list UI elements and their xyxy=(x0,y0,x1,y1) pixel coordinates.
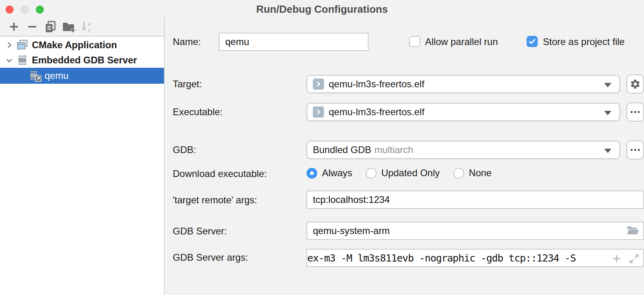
allow-parallel-run-checkbox[interactable] xyxy=(409,36,420,47)
dropdown-caret-icon xyxy=(604,83,611,87)
gdb-combobox[interactable]: Bundled GDB multiarch xyxy=(306,141,620,159)
add-configuration-button[interactable] xyxy=(5,19,23,35)
gdb-server-run-config-icon xyxy=(29,69,41,82)
tree-item-label: Embedded GDB Server xyxy=(32,55,137,66)
remove-configuration-button[interactable] xyxy=(23,19,41,35)
radio-option-updated-only[interactable]: Updated Only xyxy=(366,167,440,179)
radio-label[interactable]: Updated Only xyxy=(381,167,440,179)
tree-item-qemu-selected[interactable]: qemu xyxy=(0,68,164,84)
radio-icon[interactable] xyxy=(306,168,317,179)
run-debug-configurations-dialog: Run/Debug Configurations xyxy=(0,0,644,295)
tree-item-embedded-gdb-server[interactable]: Embedded GDB Server xyxy=(0,53,164,68)
advanced-gdb-server-options-toggle[interactable]: Advanced GDB Server Options xyxy=(178,293,322,295)
target-remote-args-input[interactable] xyxy=(306,191,644,209)
store-as-project-file-label[interactable]: Store as project file xyxy=(543,36,624,47)
cmake-target-icon xyxy=(313,79,324,90)
radio-option-always[interactable]: Always xyxy=(306,167,352,179)
target-label: Target: xyxy=(173,79,202,90)
download-executable-radio-group: Always Updated Only None xyxy=(306,167,492,179)
gdb-server-input[interactable] xyxy=(306,222,644,240)
target-value: qemu-lm3s-freertos.elf xyxy=(329,79,424,90)
radio-option-none[interactable]: None xyxy=(453,167,492,179)
chevron-right-icon[interactable] xyxy=(4,41,14,49)
configurations-sidebar: a z CMake Application xyxy=(0,18,165,295)
executable-value: qemu-lm3s-freertos.elf xyxy=(329,106,424,118)
gdb-server-label: GDB Server: xyxy=(173,226,227,237)
gdb-server-wrap xyxy=(306,222,644,240)
target-settings-button[interactable] xyxy=(626,75,644,94)
name-label: Name: xyxy=(173,36,201,47)
sort-configurations-icon[interactable]: a z xyxy=(78,19,96,35)
configurations-tree: CMake Application Embedded GDB Server xyxy=(0,37,164,84)
add-argument-icon[interactable] xyxy=(612,254,621,263)
advanced-options-label: Advanced GDB Server Options xyxy=(190,293,322,295)
check-icon xyxy=(528,37,536,45)
name-field-wrap xyxy=(219,33,369,51)
radio-icon[interactable] xyxy=(453,168,464,179)
name-input[interactable] xyxy=(219,33,369,51)
target-remote-args-label: 'target remote' args: xyxy=(173,195,257,206)
configuration-form: Name: Allow parallel run Store as projec… xyxy=(165,18,644,295)
title-bar: Run/Debug Configurations xyxy=(0,0,644,18)
dropdown-caret-icon xyxy=(604,111,611,115)
radio-label[interactable]: None xyxy=(469,167,492,179)
tree-item-label: qemu xyxy=(45,70,68,81)
dropdown-caret-icon xyxy=(604,149,611,153)
gdb-server-args-value: ex-m3 -M lm3s811evb -nographic -gdb tcp:… xyxy=(307,252,576,264)
tree-item-cmake-application[interactable]: CMake Application xyxy=(0,37,164,53)
window-title: Run/Debug Configurations xyxy=(0,3,644,16)
ellipsis-icon xyxy=(630,110,640,114)
radio-label[interactable]: Always xyxy=(322,167,352,179)
svg-text:a: a xyxy=(88,21,91,27)
new-folder-icon[interactable] xyxy=(60,19,78,35)
embedded-chip-icon xyxy=(16,54,29,67)
ellipsis-icon xyxy=(630,148,640,152)
gdb-server-args-field[interactable]: ex-m3 -M lm3s811evb -nographic -gdb tcp:… xyxy=(306,249,644,267)
gdb-value: Bundled GDB xyxy=(313,144,371,155)
chevron-down-icon[interactable] xyxy=(4,57,14,64)
target-combobox[interactable]: qemu-lm3s-freertos.elf xyxy=(306,75,620,93)
expand-editor-icon[interactable] xyxy=(629,254,639,264)
radio-icon[interactable] xyxy=(366,168,377,179)
cmake-target-icon xyxy=(313,106,324,118)
gdb-label: GDB: xyxy=(173,144,196,155)
svg-text:z: z xyxy=(88,27,91,33)
open-folder-icon[interactable] xyxy=(626,225,639,236)
allow-parallel-run-label[interactable]: Allow parallel run xyxy=(425,36,498,47)
gear-icon xyxy=(630,79,641,90)
target-remote-args-wrap xyxy=(306,191,644,209)
executable-combobox[interactable]: qemu-lm3s-freertos.elf xyxy=(306,103,620,121)
copy-configuration-icon[interactable] xyxy=(41,19,60,35)
executable-label: Executable: xyxy=(173,106,222,118)
cmake-application-icon xyxy=(16,39,29,51)
sidebar-toolbar: a z xyxy=(0,18,164,37)
gdb-server-args-label: GDB Server args: xyxy=(173,252,248,263)
gdb-value-suffix: multiarch xyxy=(375,144,413,155)
tree-item-label: CMake Application xyxy=(32,39,117,51)
gdb-browse-button[interactable] xyxy=(626,140,644,159)
download-executable-label: Download executable: xyxy=(173,168,267,179)
executable-browse-button[interactable] xyxy=(626,102,644,122)
store-as-project-file-checkbox[interactable] xyxy=(527,36,538,47)
